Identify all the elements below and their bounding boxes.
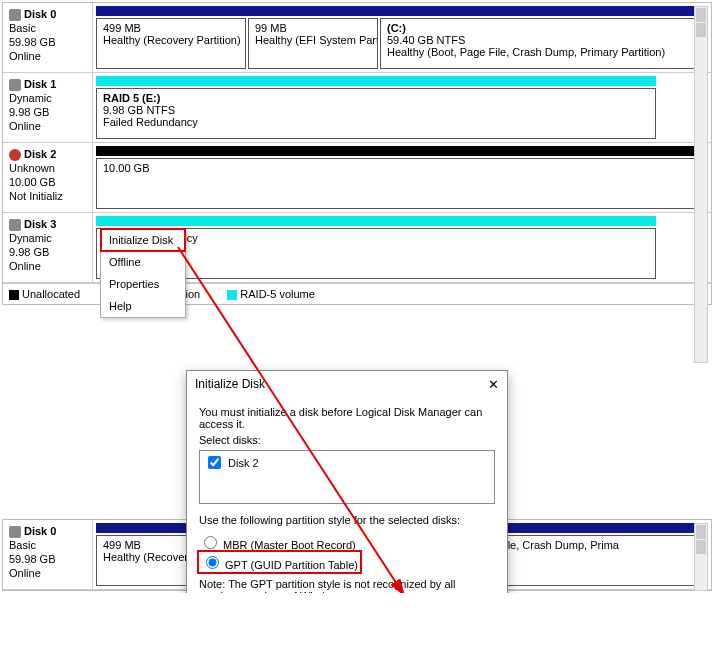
partition[interactable]: 10.00 GB bbox=[96, 158, 708, 209]
radio-mbr[interactable]: MBR (Master Boot Record) bbox=[199, 532, 495, 552]
partition-style-label: Use the following partition style for th… bbox=[199, 514, 495, 526]
disk-label: Disk 3 Dynamic 9.98 GB Online bbox=[3, 213, 93, 282]
partition-header-bar bbox=[96, 76, 656, 86]
close-icon[interactable]: ✕ bbox=[488, 377, 499, 392]
dialog-intro-text: You must initialize a disk before Logica… bbox=[199, 406, 495, 430]
disk-icon bbox=[9, 9, 21, 21]
dialog-title: Initialize Disk bbox=[195, 377, 265, 392]
menu-item-offline[interactable]: Offline bbox=[101, 251, 185, 273]
select-disks-label: Select disks: bbox=[199, 434, 495, 446]
partition-header-bar bbox=[96, 146, 708, 156]
initialize-disk-dialog: Initialize Disk ✕ You must initialize a … bbox=[186, 370, 508, 593]
disk-label: Disk 1 Dynamic 9.98 GB Online bbox=[3, 73, 93, 142]
warning-icon bbox=[9, 79, 21, 91]
context-menu: Initialize Disk Offline Properties Help bbox=[100, 228, 186, 318]
menu-item-properties[interactable]: Properties bbox=[101, 273, 185, 295]
disk-icon bbox=[9, 526, 21, 538]
partition-header-bar bbox=[96, 216, 656, 226]
partition[interactable]: 499 MB Healthy (Recovery Partition) bbox=[96, 18, 246, 69]
radio-gpt[interactable]: GPT (GUID Partition Table) bbox=[199, 552, 360, 572]
disk-row[interactable]: Disk 0 Basic 59.98 GB Online 499 MB Heal… bbox=[3, 3, 711, 73]
scroll-thumb[interactable] bbox=[696, 540, 706, 554]
partition[interactable]: (C:) 59.40 GB NTFS Healthy (Boot, Page F… bbox=[380, 18, 708, 69]
vertical-scrollbar[interactable] bbox=[694, 523, 708, 591]
dialog-note: Note: The GPT partition style is not rec… bbox=[199, 578, 495, 593]
scroll-thumb[interactable] bbox=[696, 23, 706, 37]
disk2-checkbox[interactable] bbox=[208, 456, 221, 469]
partition-header-bar bbox=[96, 6, 708, 16]
error-icon bbox=[9, 149, 21, 161]
disk-label: Disk 2 Unknown 10.00 GB Not Initializ bbox=[3, 143, 93, 212]
disk-label: Disk 0 Basic 59.98 GB Online bbox=[3, 3, 93, 72]
disk-icon bbox=[9, 219, 21, 231]
vertical-scrollbar[interactable] bbox=[694, 6, 708, 363]
disk-label: Disk 0 Basic 59.98 GB Online bbox=[3, 520, 93, 589]
disks-listbox[interactable]: Disk 2 bbox=[199, 450, 495, 504]
scroll-up-arrow-icon[interactable] bbox=[696, 8, 706, 22]
disk-checkbox-item[interactable]: Disk 2 bbox=[204, 453, 490, 472]
scroll-up-arrow-icon[interactable] bbox=[696, 525, 706, 539]
disk-row[interactable]: Disk 1 Dynamic 9.98 GB Online RAID 5 (E:… bbox=[3, 73, 711, 143]
menu-item-help[interactable]: Help bbox=[101, 295, 185, 317]
disk-row[interactable]: Disk 2 Unknown 10.00 GB Not Initializ 10… bbox=[3, 143, 711, 213]
menu-item-initialize-disk[interactable]: Initialize Disk bbox=[101, 229, 185, 251]
partition[interactable]: 99 MB Healthy (EFI System Partit bbox=[248, 18, 378, 69]
partition[interactable]: RAID 5 (E:) 9.98 GB NTFS Failed Redundan… bbox=[96, 88, 656, 139]
